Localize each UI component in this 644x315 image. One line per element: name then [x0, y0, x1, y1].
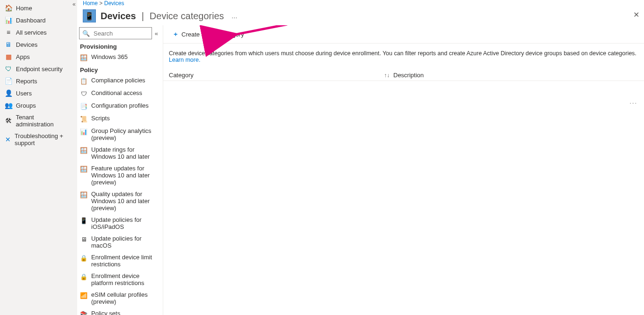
- sort-icon[interactable]: ↑↓: [384, 72, 390, 79]
- nav-label: Reports: [16, 78, 37, 85]
- nav-label: Enrollment device platform restrictions: [91, 272, 159, 286]
- nav-icon: ▦: [5, 53, 12, 60]
- primary-nav-item[interactable]: 📊Dashboard: [0, 14, 77, 26]
- nav-label: Group Policy analytics (preview): [91, 127, 159, 141]
- nav-label: Configuration profiles: [91, 102, 149, 109]
- primary-nav-collapse[interactable]: «: [72, 1, 76, 7]
- primary-nav: « 🏠Home📊Dashboard≡All services🖥Devices▦A…: [0, 0, 77, 315]
- description-text: Create device categories from which user…: [163, 44, 644, 70]
- plus-icon: ＋: [173, 30, 179, 38]
- primary-nav-item[interactable]: 🖥Devices: [0, 38, 77, 51]
- secondary-nav-item[interactable]: 📱Update policies for iOS/iPadOS: [77, 214, 162, 233]
- nav-label: Groups: [16, 102, 36, 109]
- secondary-nav-collapse[interactable]: «: [152, 30, 158, 37]
- primary-nav-item[interactable]: 👥Groups: [0, 99, 77, 111]
- search-icon: 🔍: [82, 30, 90, 37]
- blade-title: Devices: [101, 11, 136, 22]
- secondary-nav-group-header: Policy: [77, 64, 162, 74]
- nav-label: eSIM cellular profiles (preview): [91, 291, 159, 305]
- secondary-nav: 🔍 « Provisioning🪟Windows 365Policy📋Compl…: [77, 25, 163, 315]
- content-pane: ＋ Create device category: [163, 25, 644, 315]
- nav-icon: 📜: [80, 115, 87, 123]
- secondary-nav-item[interactable]: 🪟Quality updates for Windows 10 and late…: [77, 188, 162, 214]
- blade-header: 📱 Devices | Device categories …: [77, 7, 644, 25]
- primary-nav-item[interactable]: ▦Apps: [0, 51, 77, 63]
- secondary-nav-item[interactable]: 🖥Update policies for macOS: [77, 233, 162, 251]
- primary-nav-item[interactable]: 🛠Tenant administration: [0, 111, 77, 130]
- primary-nav-item[interactable]: ✕Troubleshooting + support: [0, 130, 77, 149]
- search-input-wrap[interactable]: 🔍: [79, 27, 152, 39]
- nav-icon: 🏠: [5, 4, 12, 12]
- nav-icon: 📑: [80, 103, 87, 110]
- secondary-nav-item[interactable]: 📜Scripts: [77, 112, 162, 125]
- create-label: Create device category: [181, 31, 244, 38]
- secondary-nav-item[interactable]: 🪟Update rings for Windows 10 and later: [77, 144, 162, 162]
- secondary-nav-item[interactable]: 📊Group Policy analytics (preview): [77, 125, 162, 144]
- nav-icon: 📱: [80, 217, 87, 224]
- nav-label: Enrollment device limit restrictions: [91, 254, 159, 268]
- devices-icon: 📱: [83, 9, 96, 22]
- breadcrumb-home[interactable]: Home: [83, 0, 98, 7]
- nav-label: Home: [16, 5, 32, 12]
- command-bar: ＋ Create device category: [163, 25, 644, 44]
- nav-icon: 👥: [5, 102, 12, 109]
- nav-icon: 🪟: [80, 165, 87, 173]
- nav-icon: 🪟: [80, 54, 87, 61]
- nav-label: Conditional access: [91, 89, 142, 96]
- search-input[interactable]: [93, 29, 149, 37]
- column-description[interactable]: Description: [393, 72, 638, 79]
- nav-icon: 🪟: [80, 147, 87, 154]
- primary-nav-item[interactable]: 📄Reports: [0, 75, 77, 87]
- nav-icon: 🖥: [80, 235, 87, 243]
- nav-icon: ≡: [5, 29, 12, 36]
- nav-icon: ✕: [5, 136, 11, 143]
- primary-nav-item[interactable]: 🏠Home: [0, 2, 77, 14]
- column-category[interactable]: Category ↑↓: [169, 72, 393, 79]
- secondary-nav-item[interactable]: 🔒Enrollment device platform restrictions: [77, 270, 162, 289]
- nav-label: Update rings for Windows 10 and later: [91, 146, 159, 160]
- breadcrumb: Home > Devices: [77, 0, 644, 7]
- nav-icon: 🔒: [80, 273, 87, 280]
- nav-icon: 📊: [80, 128, 87, 135]
- secondary-nav-item[interactable]: 📋Compliance policies: [77, 74, 162, 87]
- nav-label: Endpoint security: [16, 66, 63, 73]
- nav-icon: 🛡: [5, 65, 12, 73]
- breadcrumb-devices[interactable]: Devices: [104, 0, 124, 7]
- grid-header: Category ↑↓ Description: [163, 70, 644, 81]
- secondary-nav-item[interactable]: 🪟Feature updates for Windows 10 and late…: [77, 162, 162, 188]
- nav-label: Apps: [16, 53, 30, 60]
- nav-icon: 🖥: [5, 41, 12, 48]
- nav-label: Policy sets: [91, 310, 120, 315]
- secondary-nav-item[interactable]: 📚Policy sets: [77, 308, 162, 315]
- nav-label: Windows 365: [91, 53, 128, 60]
- secondary-nav-item[interactable]: 📑Configuration profiles: [77, 100, 162, 112]
- nav-label: Users: [16, 90, 32, 97]
- nav-label: Compliance policies: [91, 77, 145, 84]
- nav-icon: 📋: [80, 77, 87, 85]
- blade: Home > Devices 📱 Devices | Device catego…: [77, 0, 644, 315]
- nav-label: Update policies for iOS/iPadOS: [91, 216, 159, 230]
- learn-more-link[interactable]: Learn more.: [169, 57, 200, 63]
- secondary-nav-item[interactable]: 🛡Conditional access: [77, 87, 162, 100]
- secondary-nav-group-header: Provisioning: [77, 42, 162, 51]
- primary-nav-item[interactable]: 🛡Endpoint security: [0, 63, 77, 75]
- nav-icon: 🔒: [80, 254, 87, 262]
- primary-nav-item[interactable]: 👤Users: [0, 87, 77, 99]
- nav-icon: 👤: [5, 89, 12, 97]
- nav-icon: 📚: [80, 310, 87, 315]
- nav-label: Troubleshooting + support: [14, 132, 72, 147]
- secondary-nav-item[interactable]: 📶eSIM cellular profiles (preview): [77, 289, 162, 308]
- nav-icon: 📶: [80, 292, 87, 299]
- primary-nav-item[interactable]: ≡All services: [0, 26, 77, 38]
- nav-label: Devices: [16, 41, 37, 48]
- secondary-nav-item[interactable]: 🔒Enrollment device limit restrictions: [77, 251, 162, 270]
- blade-more[interactable]: …: [232, 13, 239, 20]
- nav-icon: 🪟: [80, 191, 87, 198]
- close-icon[interactable]: ✕: [633, 10, 639, 19]
- nav-icon: 📊: [5, 16, 12, 24]
- nav-label: Feature updates for Windows 10 and later…: [91, 165, 159, 186]
- row-more-icon[interactable]: ···: [630, 99, 637, 106]
- create-device-category-button[interactable]: ＋ Create device category: [169, 28, 248, 40]
- secondary-nav-item[interactable]: 🪟Windows 365: [77, 51, 162, 64]
- nav-icon: 🛡: [80, 90, 87, 97]
